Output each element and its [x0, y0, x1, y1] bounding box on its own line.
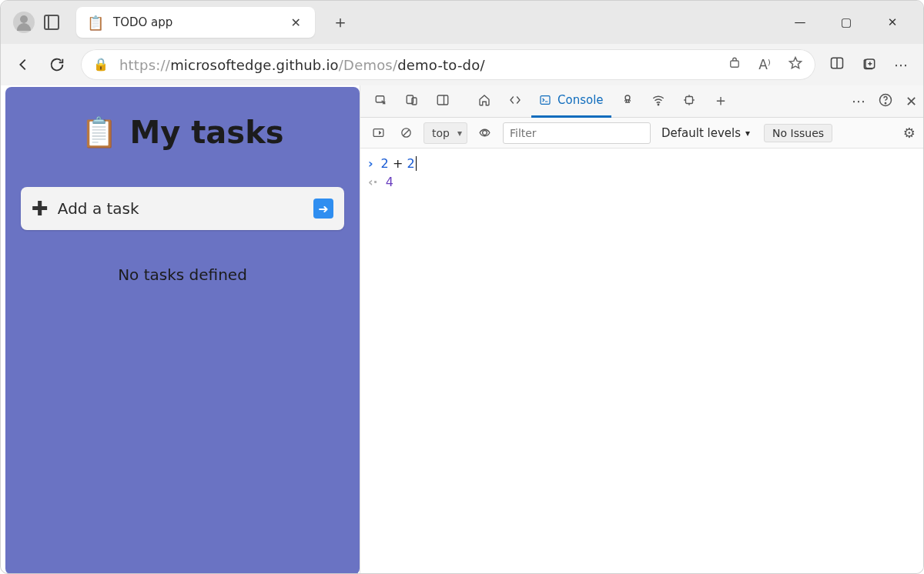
console-input-row: › 2 + 2 — [368, 155, 916, 173]
add-task-label: Add a task — [58, 199, 139, 218]
split-screen-icon[interactable] — [829, 55, 845, 74]
performance-tab-icon[interactable] — [675, 85, 704, 118]
svg-point-8 — [625, 95, 630, 100]
svg-rect-6 — [437, 95, 448, 105]
context-selector[interactable]: top — [424, 122, 467, 144]
expr-rhs: 2 — [407, 156, 416, 171]
url-host: microsoftedge.github.io — [170, 57, 339, 73]
window-controls: — ▢ ✕ — [788, 15, 919, 29]
omnibox[interactable]: 🔒 https://microsoftedge.github.io/Demos/… — [81, 49, 815, 80]
page-title: My tasks — [129, 115, 283, 150]
tab-close-icon[interactable]: ✕ — [288, 12, 304, 33]
svg-point-15 — [483, 131, 487, 135]
expr-lhs: 2 — [381, 156, 389, 171]
nav-refresh-button[interactable] — [47, 55, 67, 75]
issues-chip[interactable]: No Issues — [764, 124, 832, 142]
devtools-panel: Console ＋ ⋯ ✕ — [360, 85, 923, 573]
empty-state-text: No tasks defined — [118, 265, 247, 284]
svg-rect-13 — [373, 129, 383, 137]
log-levels-dropdown[interactable]: Default levels — [661, 126, 750, 140]
tab-favicon-icon: 📋 — [87, 15, 104, 31]
browser-tab[interactable]: 📋 TODO app ✕ — [76, 7, 315, 38]
content-area: 📋 My tasks ✚ Add a task ➜ No tasks defin… — [1, 85, 923, 573]
devtools-right-controls: ⋯ ✕ — [852, 92, 917, 111]
dock-side-icon[interactable] — [428, 85, 457, 118]
clipboard-icon: 📋 — [81, 115, 117, 149]
device-toolbar-icon[interactable] — [397, 85, 427, 118]
elements-tab-icon[interactable] — [500, 85, 530, 118]
favorite-icon[interactable] — [788, 55, 803, 74]
console-tab[interactable]: Console — [531, 85, 611, 118]
lock-icon: 🔒 — [93, 57, 109, 72]
console-filter-input[interactable] — [503, 122, 651, 144]
page-heading: 📋 My tasks — [81, 115, 283, 150]
url-text: https://microsoftedge.github.io/Demos/de… — [119, 57, 485, 73]
console-tab-label: Console — [557, 93, 604, 107]
titlebar: 📋 TODO app ✕ ＋ — ▢ ✕ — [1, 1, 923, 44]
address-bar: 🔒 https://microsoftedge.github.io/Demos/… — [1, 44, 923, 85]
submit-task-button[interactable]: ➜ — [313, 199, 333, 219]
todo-page: 📋 My tasks ✚ Add a task ➜ No tasks defin… — [5, 87, 360, 573]
window-minimize-icon[interactable]: — — [788, 15, 812, 29]
svg-rect-0 — [731, 61, 739, 67]
devtools-more-icon[interactable]: ⋯ — [852, 93, 865, 109]
devtools-help-icon[interactable] — [878, 92, 893, 111]
console-toolbar: top Default levels No Issues ⚙ — [360, 118, 923, 149]
collections-icon[interactable] — [862, 55, 877, 74]
browser-window: 📋 TODO app ✕ ＋ — ▢ ✕ 🔒 https://microsoft… — [0, 0, 924, 574]
svg-point-9 — [658, 104, 659, 105]
tab-actions-icon[interactable] — [44, 15, 59, 30]
url-path1: /Demos/ — [339, 57, 397, 73]
console-settings-icon[interactable]: ⚙ — [903, 125, 916, 141]
network-tab-icon[interactable] — [644, 85, 673, 118]
console-icon — [539, 94, 551, 106]
welcome-tab-icon[interactable] — [470, 85, 499, 118]
nav-back-button[interactable] — [13, 55, 33, 75]
add-task-input[interactable]: ✚ Add a task ➜ — [21, 187, 344, 230]
toggle-sidebar-icon[interactable] — [368, 123, 388, 143]
log-levels-label: Default levels — [661, 126, 741, 140]
svg-rect-10 — [685, 97, 692, 104]
tab-title: TODO app — [113, 15, 279, 29]
window-close-icon[interactable]: ✕ — [880, 15, 905, 29]
inspect-element-icon[interactable] — [367, 85, 396, 118]
console-return-icon: ‹· — [368, 173, 378, 192]
svg-point-12 — [885, 102, 886, 103]
window-maximize-icon[interactable]: ▢ — [834, 15, 859, 29]
url-scheme: https:// — [119, 57, 170, 73]
devtools-close-icon[interactable]: ✕ — [906, 93, 917, 109]
expr-op: + — [393, 156, 403, 171]
more-tabs-icon[interactable]: ＋ — [705, 85, 736, 118]
url-path2: demo-to-do/ — [397, 57, 484, 73]
plus-icon: ✚ — [32, 197, 49, 220]
console-output[interactable]: › 2 + 2 ‹· 4 — [360, 149, 923, 573]
shopping-icon[interactable] — [728, 56, 742, 73]
profile-avatar-icon[interactable] — [13, 12, 35, 33]
live-expression-icon[interactable] — [475, 123, 495, 143]
settings-menu-icon[interactable]: ⋯ — [894, 57, 908, 73]
console-prompt-icon: › — [368, 155, 373, 173]
console-expression: 2 + 2 — [381, 155, 417, 173]
clear-console-icon[interactable] — [396, 123, 416, 143]
console-result: 4 — [386, 173, 393, 192]
svg-rect-7 — [541, 96, 550, 105]
new-tab-button[interactable]: ＋ — [332, 11, 349, 34]
browser-toolbar-right: ⋯ — [829, 55, 911, 74]
console-result-row: ‹· 4 — [368, 173, 916, 192]
omnibox-actions: A⁾ — [728, 55, 803, 74]
sources-tab-icon[interactable] — [613, 85, 642, 118]
devtools-tabstrip: Console ＋ ⋯ ✕ — [360, 85, 923, 118]
read-aloud-icon[interactable]: A⁾ — [758, 57, 771, 72]
context-selector-value: top — [432, 127, 450, 139]
